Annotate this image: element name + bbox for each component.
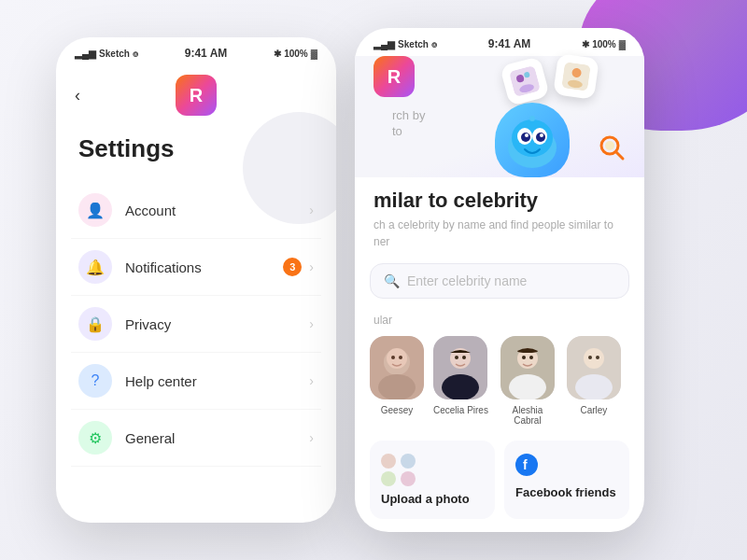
svg-point-14 <box>540 133 543 137</box>
signal-bars: ▂▄▆ <box>75 49 96 59</box>
celeb-item-1[interactable]: Geesey <box>370 336 424 426</box>
signal-bars-right: ▂▄▆ <box>374 39 395 49</box>
app-icon-right: R <box>374 56 415 97</box>
upload-card-title: Upload a photo <box>381 492 484 506</box>
celeb-avatar-4 <box>567 336 621 399</box>
celeb-item-2[interactable]: Cecelia Pires <box>433 336 488 426</box>
celebrity-section-subtitle: ch a celebrity by name and find people s… <box>355 217 644 263</box>
status-bar-left: ▂▄▆ Sketch ⌾ 9:41 AM ✱ 100% ▓ <box>56 37 336 65</box>
float-card-2 <box>553 53 599 100</box>
settings-item-notifications[interactable]: 🔔 Notifications 3 › <box>71 239 321 296</box>
time-display-right: 9:41 AM <box>488 37 531 50</box>
celeb-name-2: Cecelia Pires <box>433 405 488 415</box>
svg-text:f: f <box>523 457 528 472</box>
notifications-icon: 🔔 <box>78 250 112 284</box>
svg-point-37 <box>575 374 613 399</box>
facebook-icon-area: f <box>515 454 618 480</box>
settings-list: 👤 Account › 🔔 Notifications 3 › 🔒 Privac… <box>56 182 336 467</box>
popular-label: ular <box>355 314 644 336</box>
carrier-name: Sketch <box>99 49 130 59</box>
mascot-monster <box>495 103 570 177</box>
facebook-card-title: Facebook friends <box>515 485 618 499</box>
bluetooth-icon-right: ✱ <box>582 39 589 49</box>
upload-icon-group <box>381 454 416 486</box>
status-bar-right: ▂▄▆ Sketch ⌾ 9:41 AM ✱ 100% ▓ <box>355 28 644 56</box>
settings-item-help[interactable]: ? Help center › <box>71 353 321 410</box>
float-card-1 <box>500 56 550 106</box>
svg-point-40 <box>596 356 599 359</box>
svg-point-27 <box>442 374 479 399</box>
help-chevron: › <box>309 373 314 388</box>
battery-status-right: ✱ 100% ▓ <box>582 39 626 49</box>
battery-icon-right: ▓ <box>619 39 626 49</box>
svg-point-32 <box>509 374 546 399</box>
battery-status: ✱ 100% ▓ <box>274 49 317 59</box>
time-display: 9:41 AM <box>185 47 228 60</box>
account-chevron: › <box>309 203 314 217</box>
settings-item-account[interactable]: 👤 Account › <box>71 182 321 239</box>
search-icon: 🔍 <box>384 273 400 288</box>
help-label: Help center <box>125 373 309 389</box>
celeb-name-3: Aleshia Cabral <box>498 405 557 426</box>
svg-point-24 <box>391 356 395 359</box>
celebrity-phone: ▂▄▆ Sketch ⌾ 9:41 AM ✱ 100% ▓ R <box>355 28 644 532</box>
settings-header: ‹ R <box>56 65 336 121</box>
account-label: Account <box>125 203 309 218</box>
bluetooth-icon: ✱ <box>274 49 281 59</box>
svg-point-29 <box>455 356 458 359</box>
back-button[interactable]: ‹ <box>75 86 80 105</box>
general-chevron: › <box>309 430 314 445</box>
celebrity-section-title: milar to celebrity <box>355 177 644 217</box>
settings-item-general[interactable]: ⚙ General › <box>71 410 321 467</box>
battery-percent: 100% <box>284 49 308 59</box>
celeb-item-3[interactable]: Aleshia Cabral <box>498 336 557 426</box>
settings-phone: ▂▄▆ Sketch ⌾ 9:41 AM ✱ 100% ▓ ‹ R Settin… <box>56 37 336 523</box>
svg-line-18 <box>616 152 623 159</box>
svg-point-38 <box>584 348 604 369</box>
top-hero-section: R <box>355 56 644 177</box>
settings-item-privacy[interactable]: 🔒 Privacy › <box>71 296 321 353</box>
wifi-icon-right: ⌾ <box>431 39 437 49</box>
facebook-friends-card[interactable]: f Facebook friends <box>504 441 629 519</box>
celeb-avatar-3 <box>500 336 555 399</box>
notifications-label: Notifications <box>125 259 283 275</box>
account-icon: 👤 <box>78 193 112 227</box>
bottom-cards-row: Upload a photo f Facebook friends <box>355 441 644 519</box>
celeb-name-1: Geesey <box>381 405 413 415</box>
app-icon-left: R <box>176 75 217 116</box>
svg-point-22 <box>378 374 416 399</box>
wifi-icon: ⌾ <box>133 49 138 59</box>
svg-point-16 <box>529 116 535 121</box>
notifications-chevron: › <box>309 259 314 274</box>
celebrities-row: Geesey Cecelia Pires <box>355 336 644 441</box>
notification-badge: 3 <box>283 258 302 276</box>
signal-carrier-right: ▂▄▆ Sketch ⌾ <box>374 39 437 49</box>
svg-point-13 <box>525 133 529 137</box>
celeb-avatar-1 <box>370 336 424 399</box>
svg-point-39 <box>588 356 592 359</box>
celeb-name-4: Carley <box>580 405 607 415</box>
svg-point-34 <box>522 356 526 359</box>
general-icon: ⚙ <box>78 421 112 455</box>
mascot-area <box>486 56 635 177</box>
svg-point-35 <box>529 356 533 359</box>
search-input-placeholder: Enter celebrity name <box>407 273 527 288</box>
celeb-item-4[interactable]: Carley <box>567 336 621 426</box>
svg-point-30 <box>462 356 466 359</box>
svg-point-19 <box>605 141 614 150</box>
carrier-name-right: Sketch <box>398 39 429 49</box>
privacy-icon: 🔒 <box>78 307 112 341</box>
svg-point-25 <box>399 356 402 359</box>
general-label: General <box>125 430 309 446</box>
battery-percent-right: 100% <box>592 39 616 49</box>
magnifier-icon <box>598 133 626 168</box>
celebrity-search-container[interactable]: 🔍 Enter celebrity name <box>370 263 629 299</box>
help-icon: ? <box>78 364 112 398</box>
celeb-avatar-2 <box>433 336 487 399</box>
battery-icon: ▓ <box>311 49 317 59</box>
privacy-chevron: › <box>309 316 314 331</box>
privacy-label: Privacy <box>125 316 309 332</box>
signal-carrier: ▂▄▆ Sketch ⌾ <box>75 49 138 59</box>
upload-photo-card[interactable]: Upload a photo <box>370 441 495 519</box>
